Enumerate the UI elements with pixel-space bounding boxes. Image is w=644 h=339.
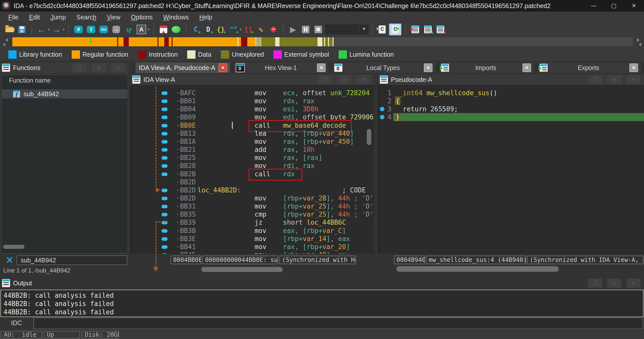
listing-hscrollbar[interactable]: [201, 267, 283, 272]
create-struct-button[interactable]: +: [215, 24, 227, 35]
pseudocode-hscrollbar[interactable]: [396, 266, 559, 272]
debugger-stop-button[interactable]: [312, 24, 324, 35]
menu-options[interactable]: Options: [126, 14, 158, 21]
menu-windows[interactable]: Windows: [158, 14, 194, 21]
function-row[interactable]: sub_44B942: [2, 89, 127, 98]
jump-back-button[interactable]: [123, 24, 135, 35]
tab-close-icon[interactable]: ✕: [522, 63, 531, 72]
ida-view-restore-icon[interactable]: ❐: [318, 75, 332, 84]
tab-ida-view-a-pseudocode-a[interactable]: IDA View-A, Pseudocode-A✕: [136, 62, 230, 73]
output-pin-icon[interactable]: ⊖: [607, 279, 621, 288]
disassembly-listing[interactable]: ·BAFCmovecx, offset unk_728204·BB01movrd…: [130, 85, 374, 254]
tab-close-icon[interactable]: ✕: [317, 63, 326, 72]
legend-label: Data: [198, 51, 211, 58]
listing-vscrollbar[interactable]: [367, 129, 371, 145]
listing-row[interactable]: ·BB45mov[rbp+var_48], rax: [130, 251, 374, 254]
create-function-button[interactable]: +: [190, 24, 202, 35]
breakpoint-dot[interactable]: [380, 107, 384, 111]
binary-search-button[interactable]: [98, 24, 109, 35]
output-close-icon[interactable]: ✕: [626, 279, 640, 288]
navigate-forward-button[interactable]: [51, 24, 62, 35]
pseudocode-line[interactable]: 1__int64 mw_shellcode_sus(): [378, 89, 644, 97]
output-log[interactable]: 44BB2B: call analysis failed44BB2B: call…: [1, 290, 643, 317]
add-view-button[interactable]: +: [422, 24, 434, 35]
maximize-icon[interactable]: ▢: [604, 0, 624, 12]
breakpoint-toggle-button[interactable]: [158, 24, 169, 35]
undefine-item-button[interactable]: [268, 24, 279, 35]
code-token: ]: [342, 227, 346, 235]
pseudocode-line[interactable]: 3 return 265509;: [378, 105, 644, 113]
tab-close-icon[interactable]: ✕: [424, 63, 432, 72]
debugger-select-button[interactable]: [325, 24, 368, 35]
process-start-button[interactable]: [170, 24, 182, 35]
pseudocode-pin-icon[interactable]: ⊖: [607, 75, 621, 84]
tab-imports[interactable]: Imports✕: [439, 62, 534, 73]
tab-hex-view-1[interactable]: Hex View-1✕: [234, 62, 329, 73]
code-token: ·BB1A: [176, 138, 196, 146]
create-data-button[interactable]: +: [203, 24, 214, 35]
navband-segment: [164, 37, 169, 46]
menu-edit[interactable]: Edit: [24, 14, 45, 21]
pseudocode-text: }: [395, 113, 400, 121]
number-format-button[interactable]: [73, 24, 84, 35]
pseudocode-close-icon[interactable]: ✕: [626, 75, 640, 84]
listing-row[interactable]: ·BB2D: [130, 178, 374, 186]
create-string-dropdown-icon[interactable]: ▾: [240, 27, 242, 32]
functions-column-header[interactable]: Function name: [9, 77, 51, 84]
execute-script-button[interactable]: [389, 23, 401, 36]
open-file-button[interactable]: [4, 24, 15, 35]
breakpoint-dot[interactable]: [380, 115, 384, 119]
close-icon[interactable]: ✕: [624, 0, 644, 12]
save-database-button[interactable]: [16, 24, 28, 35]
function-filter-box[interactable]: sub_44B942: [17, 255, 127, 265]
ida-view-pin-icon[interactable]: ⊖: [337, 75, 351, 84]
navband-right-bottom-icon[interactable]: [637, 43, 641, 46]
text-search-button[interactable]: [85, 24, 97, 35]
functions-close-icon[interactable]: ✕: [111, 63, 125, 72]
rename-button[interactable]: [136, 24, 147, 35]
pseudocode-line[interactable]: 4}: [378, 113, 644, 121]
navigate-back-button[interactable]: [36, 24, 47, 35]
functions-pin-icon[interactable]: ⊖: [92, 63, 106, 72]
close-view-button[interactable]: ✕: [435, 24, 446, 35]
pseudocode-line[interactable]: 2{: [378, 97, 644, 105]
tab-exports[interactable]: Exports✕: [538, 62, 641, 73]
pseudocode-view[interactable]: 1__int64 mw_shellcode_sus()2{3 return 26…: [378, 85, 644, 254]
menu-jump[interactable]: Jump: [45, 14, 71, 21]
rename-dropdown-icon[interactable]: ▾: [148, 27, 150, 32]
idc-command-input[interactable]: [33, 318, 643, 329]
tab-close-icon[interactable]: ✕: [629, 63, 638, 72]
window-list-button[interactable]: [410, 24, 421, 35]
tab-close-icon[interactable]: ✕: [219, 63, 227, 72]
navigate-forward-dropdown-icon[interactable]: ▾: [63, 27, 65, 32]
menu-help[interactable]: Help: [194, 14, 217, 21]
debugger-run-button[interactable]: [287, 24, 299, 35]
code-token: ·BB09: [176, 113, 196, 121]
navband-right-top-icon[interactable]: [637, 38, 641, 42]
navigate-back-dropdown-icon[interactable]: ▾: [48, 27, 50, 32]
idc-tab-label[interactable]: IDC: [11, 319, 22, 327]
ida-view-close-icon[interactable]: ✕: [356, 75, 370, 84]
line-dot: [162, 189, 168, 192]
create-array-button[interactable]: +: [243, 24, 254, 35]
create-string-button[interactable]: +: [228, 24, 239, 35]
minimize-icon[interactable]: —: [584, 0, 604, 12]
filter-clear-icon[interactable]: ✕: [4, 255, 15, 265]
edit-item-button[interactable]: [255, 24, 267, 35]
functions-hscrollbar[interactable]: [3, 245, 24, 249]
functions-restore-icon[interactable]: ❐: [73, 63, 87, 72]
navigation-band[interactable]: [12, 37, 633, 46]
code-token: mov: [255, 194, 266, 202]
output-restore-icon[interactable]: ❐: [588, 279, 602, 288]
menu-search[interactable]: Search: [71, 14, 102, 21]
compile-file-button[interactable]: [376, 24, 388, 35]
text-cursor: [232, 122, 233, 129]
jump-to-address-button[interactable]: [110, 24, 122, 35]
menu-view[interactable]: View: [102, 14, 126, 21]
navband-scroll-left-icon[interactable]: [4, 38, 8, 42]
menu-file[interactable]: File: [3, 14, 24, 21]
debugger-pause-button[interactable]: [300, 24, 311, 35]
navband-scroll-right-icon[interactable]: [4, 43, 8, 46]
tab-local-types[interactable]: Local Types✕: [333, 62, 435, 73]
code-token: var_48: [303, 251, 326, 254]
